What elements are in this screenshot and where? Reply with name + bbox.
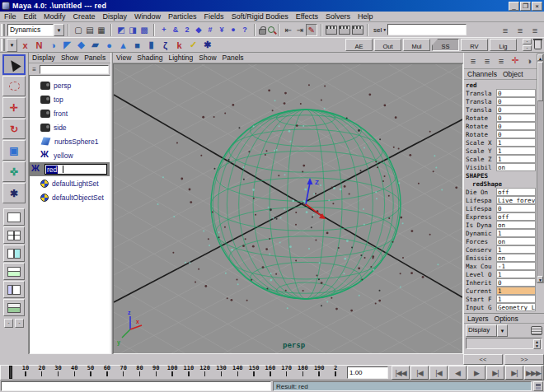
select-tool[interactable] — [2, 54, 26, 75]
quick-select-label[interactable]: sel — [373, 26, 382, 34]
component-mode-icon[interactable]: ▩ — [138, 24, 150, 36]
menu-item[interactable]: Display — [103, 12, 128, 21]
channel-row[interactable]: Current 1 — [466, 287, 536, 295]
channel-row[interactable]: Lifespa 0 — [466, 204, 536, 212]
layout-hypergraph-button[interactable] — [3, 281, 25, 298]
quick-select-input[interactable] — [387, 24, 467, 35]
new-layer-icon[interactable] — [531, 326, 542, 335]
menu-item[interactable]: Particles — [168, 12, 197, 21]
outliner-item[interactable]: red — [30, 162, 110, 176]
shelf-tab-rv[interactable]: RV — [461, 39, 488, 51]
show-attribute-editor-icon[interactable]: ≡ — [499, 24, 511, 36]
render-globals-icon[interactable] — [352, 26, 363, 35]
channel-value-field[interactable]: 1 — [496, 295, 536, 303]
channel-row[interactable]: Transla 0 — [466, 89, 536, 97]
loft-icon[interactable]: ◆ — [74, 39, 88, 52]
channel-row[interactable]: redShape — [466, 180, 536, 188]
channel-value-field[interactable]: 1 — [496, 155, 536, 163]
time-slider[interactable]: 1020304050607080901001101201301401501601… — [0, 365, 544, 380]
revolve-icon[interactable]: ◑ — [46, 39, 60, 52]
shelf-grip[interactable] — [1, 39, 5, 51]
channel-value-field[interactable]: off — [496, 188, 536, 196]
speed-control-icon[interactable]: ◑ — [523, 54, 535, 67]
highlight-selection-icon[interactable] — [268, 26, 274, 33]
menu-item[interactable]: Window — [134, 12, 161, 21]
menu-item[interactable]: File — [4, 12, 16, 21]
menu-item[interactable]: Fields — [204, 12, 224, 21]
go-to-start-button[interactable]: |◀◀ — [392, 366, 410, 380]
close-button[interactable]: × — [532, 2, 542, 11]
channel-value-field[interactable]: off — [496, 212, 536, 221]
object-mode-icon[interactable]: ◨ — [127, 24, 138, 36]
outliner-item[interactable]: front — [30, 106, 110, 120]
outliner-item[interactable]: yellow — [30, 148, 110, 162]
nurbs-cone-icon[interactable]: ▲ — [116, 39, 130, 52]
channel-row[interactable]: Scale Z 1 — [466, 155, 536, 163]
channel-box-menu-item[interactable]: Channels — [467, 70, 497, 78]
channel-value-field[interactable]: on — [496, 163, 536, 171]
channel-value-field[interactable]: 0 — [496, 114, 536, 122]
restore-button[interactable]: ❐ — [520, 2, 531, 11]
save-scene-icon[interactable]: ▦ — [96, 24, 107, 36]
channel-scrollbar[interactable]: ▲ ▼ — [537, 54, 544, 283]
channel-row[interactable]: Level O 1 — [466, 270, 536, 278]
ik-handle-tool-icon[interactable]: k — [172, 39, 186, 52]
channel-row[interactable]: Lifespa Live forev — [466, 196, 536, 204]
play-forwards-button[interactable]: ▶ — [467, 366, 485, 380]
outliner-menu-item[interactable]: Display — [32, 54, 55, 62]
construction-history-icon[interactable]: ✎ — [306, 24, 317, 36]
toolbox-collapse-right-button[interactable]: - — [15, 319, 24, 328]
show-manipulator-tool[interactable]: ✜ — [2, 161, 26, 182]
channel-value-field[interactable]: 1 — [496, 138, 536, 147]
menu-set-combo[interactable]: Dynamics ▼ — [7, 24, 64, 36]
viewport-menu-item[interactable]: View — [116, 54, 131, 62]
move-axis-icon[interactable]: ✛ — [509, 54, 521, 67]
ipr-render-icon[interactable] — [339, 26, 350, 35]
mask-deformations-icon[interactable]: # — [204, 24, 216, 36]
shelf-tab-mul[interactable]: Mul — [403, 39, 430, 51]
channel-row[interactable]: Rotate 0 — [466, 122, 536, 130]
menu-item[interactable]: Solvers — [326, 12, 350, 21]
spring-tool-icon[interactable]: ✓ — [186, 39, 200, 52]
mask-dynamics-icon[interactable]: ¥ — [216, 24, 227, 36]
range-back-button[interactable]: << — [463, 354, 503, 365]
channel-value-field[interactable]: 0 — [496, 278, 536, 287]
shelf-tab-ae[interactable]: AE — [345, 39, 373, 51]
shelf-scroll-down-button[interactable]: - — [523, 45, 532, 51]
channel-row[interactable]: Is Dyna on — [466, 221, 536, 229]
nurbs-cube-icon[interactable]: ■ — [130, 39, 144, 52]
hierarchy-mode-icon[interactable]: ◩ — [115, 24, 127, 36]
step-back-frame-button[interactable]: |◀ — [410, 366, 429, 380]
channel-box-menu-item[interactable]: Object — [503, 70, 523, 78]
ep-curve-tool-icon[interactable]: N — [32, 39, 46, 52]
channel-value-field[interactable]: 0 — [496, 97, 536, 105]
layer-list[interactable]: ▲▼ — [466, 338, 542, 349]
show-both-layout-icon[interactable]: ≡ — [495, 54, 507, 67]
scrollbar-thumb[interactable] — [537, 62, 543, 101]
viewport-menu-item[interactable]: Show — [199, 54, 216, 62]
move-tool[interactable]: ✛ — [2, 97, 26, 118]
step-back-key-button[interactable]: |◀ — [429, 366, 448, 380]
step-forward-frame-button[interactable]: ▶| — [505, 366, 523, 380]
channel-row[interactable]: Visibil on — [466, 163, 536, 171]
outliner-item[interactable]: side — [30, 120, 110, 134]
channel-value-field[interactable]: 1 — [496, 287, 536, 295]
mask-points-icon[interactable]: + — [158, 24, 170, 36]
range-forward-button[interactable]: >> — [504, 354, 544, 365]
channel-row[interactable]: Conserv 1 — [466, 245, 536, 254]
channel-row[interactable]: Dynamic 1 — [466, 229, 536, 237]
channel-row[interactable]: Transla 0 — [466, 97, 536, 105]
show-channel-box-icon[interactable]: ≡ — [529, 24, 541, 36]
mask-handles-icon[interactable]: & — [170, 24, 181, 36]
channel-row[interactable]: Emissio on — [466, 254, 536, 262]
shelf-tab-switcher[interactable]: ▼ — [7, 39, 17, 52]
layer-list-spinner[interactable]: ▲▼ — [533, 339, 541, 349]
minimize-button[interactable]: _ — [509, 2, 519, 11]
planar-icon[interactable]: ▰ — [88, 39, 102, 52]
outliner-item[interactable]: defaultObjectSet — [30, 190, 110, 204]
cv-curve-tool-icon[interactable]: x — [18, 39, 32, 52]
channel-value-field[interactable]: -1 — [496, 262, 536, 270]
layers-menu-item[interactable]: Layers — [467, 315, 489, 323]
menu-item[interactable]: Effects — [296, 12, 318, 21]
rotate-tool[interactable]: ↻ — [2, 119, 26, 139]
